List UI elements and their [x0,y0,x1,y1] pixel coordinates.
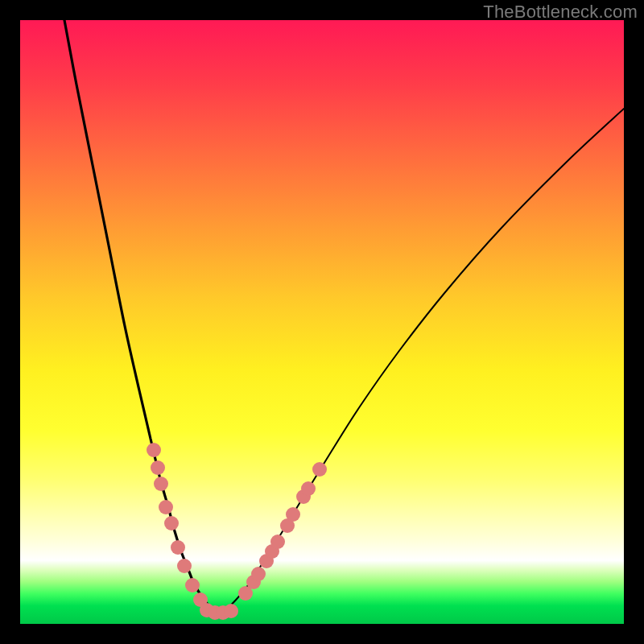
curve-left-branch [64,20,220,613]
chart-frame: TheBottleneck.com [0,0,644,644]
data-dot [251,567,266,581]
data-dot [151,460,165,475]
data-dot [270,535,285,549]
curve-lines [64,20,624,613]
data-dot [147,443,161,457]
data-dot [224,604,238,618]
data-dot [171,540,185,555]
data-dot [301,481,316,496]
data-dot [177,559,192,573]
data-dot [159,500,173,514]
data-dot [154,477,168,491]
watermark-text: TheBottleneck.com [483,2,638,23]
plot-area [20,20,624,624]
data-dot [286,507,300,522]
data-dot [164,516,179,530]
data-dot [312,462,327,477]
chart-svg [20,20,624,624]
data-dot [185,578,200,592]
